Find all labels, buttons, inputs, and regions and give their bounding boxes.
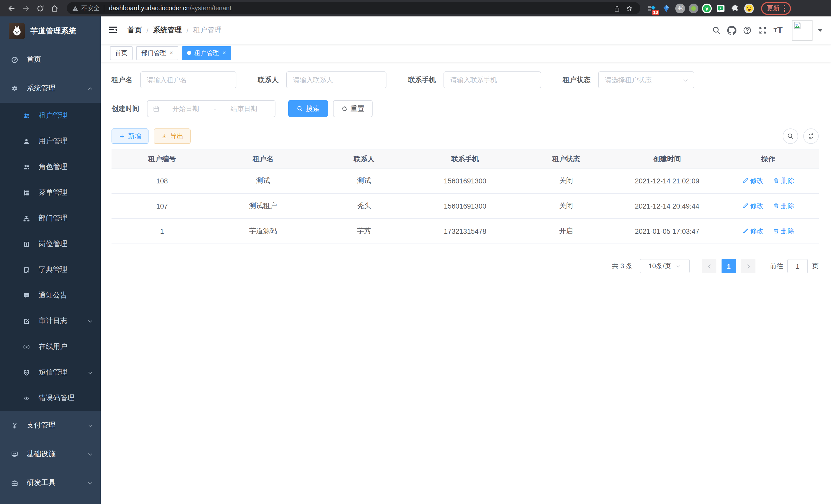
delete-button[interactable]: 删除 bbox=[773, 201, 794, 211]
back-icon[interactable] bbox=[4, 2, 19, 15]
refresh-table-button[interactable] bbox=[803, 128, 819, 144]
extension-recorder-icon[interactable] bbox=[689, 3, 698, 13]
sidebar-item-label: 系统管理 bbox=[27, 84, 56, 93]
sidebar-item-label: 租户管理 bbox=[38, 111, 67, 120]
breadcrumb-system[interactable]: 系统管理 bbox=[153, 26, 182, 35]
star-icon[interactable] bbox=[623, 2, 635, 14]
tenant-table: 租户编号 租户名 联系人 联系手机 租户状态 创建时间 操作 108 测试 测试 bbox=[112, 149, 819, 244]
current-page[interactable]: 1 bbox=[721, 259, 736, 273]
app-logo-row[interactable]: 芋道管理系统 bbox=[0, 17, 101, 45]
announcement-icon bbox=[23, 292, 30, 299]
tag-home[interactable]: 首页 bbox=[110, 46, 133, 60]
tenant-name-input[interactable] bbox=[140, 71, 236, 88]
chevron-down-icon bbox=[87, 318, 93, 324]
sidebar-item-post[interactable]: 岗位管理 bbox=[0, 231, 101, 257]
sidebar-item-online-users[interactable]: 在线用户 bbox=[0, 334, 101, 360]
chevron-down-icon[interactable] bbox=[818, 29, 823, 32]
sidebar-item-tenant[interactable]: 租户管理 bbox=[0, 103, 101, 128]
edit-button[interactable]: 修改 bbox=[742, 227, 764, 236]
user-icon bbox=[23, 138, 30, 145]
table-header-row: 租户编号 租户名 联系人 联系手机 租户状态 创建时间 操作 bbox=[112, 150, 819, 168]
extensions-puzzle-icon[interactable] bbox=[730, 3, 741, 13]
navbar-actions: TT bbox=[709, 20, 823, 40]
sidebar-item-role[interactable]: 角色管理 bbox=[0, 154, 101, 180]
extension-chat-icon[interactable] bbox=[715, 3, 726, 13]
edit-button[interactable]: 修改 bbox=[742, 201, 764, 211]
help-icon[interactable] bbox=[740, 23, 755, 38]
forward-icon[interactable] bbox=[19, 2, 33, 15]
search-icon[interactable] bbox=[709, 23, 724, 38]
extension-tab-manager-icon[interactable]: 10 bbox=[647, 3, 657, 13]
filter-label: 创建时间 bbox=[112, 104, 139, 113]
app-logo-image bbox=[9, 23, 25, 39]
browser-update-button[interactable]: 更新 bbox=[761, 2, 791, 14]
app-title: 芋道管理系统 bbox=[30, 26, 77, 36]
avatar[interactable] bbox=[792, 20, 812, 40]
reload-icon[interactable] bbox=[33, 2, 47, 15]
close-icon[interactable]: × bbox=[223, 49, 226, 57]
tag-tenant-active[interactable]: 租户管理× bbox=[182, 46, 231, 60]
breadcrumb-separator: / bbox=[146, 26, 148, 34]
extension-y-icon[interactable]: y bbox=[702, 3, 712, 13]
chevron-left-icon bbox=[706, 263, 713, 269]
sidebar-item-payment[interactable]: 支付管理 bbox=[0, 411, 101, 440]
breadcrumb-home[interactable]: 首页 bbox=[127, 26, 142, 35]
share-icon[interactable] bbox=[610, 2, 623, 14]
sidebar-item-user[interactable]: 用户管理 bbox=[0, 128, 101, 154]
fullscreen-icon[interactable] bbox=[755, 23, 770, 38]
page-size-select[interactable]: 10条/页 bbox=[640, 259, 690, 273]
sidebar-item-label: 支付管理 bbox=[27, 421, 56, 430]
filter-contact: 联系人 bbox=[258, 71, 386, 88]
sidebar-item-label: 基础设施 bbox=[27, 449, 56, 459]
date-range-picker[interactable]: 开始日期 - 结束日期 bbox=[147, 100, 276, 117]
sidebar-item-error-code[interactable]: 错误码管理 bbox=[0, 385, 101, 411]
delete-button[interactable]: 删除 bbox=[773, 227, 794, 236]
url-bar[interactable]: 不安全 dashboard.yudao.iocoder.cn/system/te… bbox=[67, 2, 640, 14]
main-area: 首页 / 系统管理 / 租户管理 TT 首页 部门管理× 租户管理× bbox=[101, 17, 831, 504]
sidebar-item-dict[interactable]: 字典管理 bbox=[0, 257, 101, 283]
sidebar-item-menu[interactable]: 菜单管理 bbox=[0, 180, 101, 206]
reset-button[interactable]: 重置 bbox=[333, 100, 373, 117]
filter-label: 联系人 bbox=[258, 75, 279, 85]
search-button[interactable]: 搜索 bbox=[288, 100, 328, 117]
sidebar-item-infra[interactable]: 基础设施 bbox=[0, 440, 101, 469]
col-status: 租户状态 bbox=[516, 150, 617, 168]
status-select[interactable]: 请选择租户状态 bbox=[598, 71, 694, 88]
status-value: 关闭 bbox=[516, 168, 617, 194]
extension-balloon-icon[interactable] bbox=[661, 3, 672, 13]
sidebar-item-audit-log[interactable]: 审计日志 bbox=[0, 308, 101, 334]
export-button[interactable]: 导出 bbox=[154, 128, 191, 144]
next-page-button[interactable] bbox=[741, 259, 755, 273]
delete-button[interactable]: 删除 bbox=[773, 176, 794, 185]
github-icon[interactable] bbox=[724, 23, 740, 38]
home-icon[interactable] bbox=[47, 2, 62, 15]
sms-shield-icon bbox=[23, 368, 30, 376]
plus-icon bbox=[119, 133, 125, 140]
phone-input[interactable] bbox=[443, 71, 541, 88]
url-text: dashboard.yudao.iocoder.cn/system/tenant bbox=[109, 5, 231, 12]
sidebar-item-devtools[interactable]: 研发工具 bbox=[0, 469, 101, 497]
security-label[interactable]: 不安全 bbox=[81, 4, 100, 12]
close-icon[interactable]: × bbox=[170, 49, 173, 57]
prev-page-button[interactable] bbox=[702, 259, 716, 273]
sidebar-item-home[interactable]: 首页 bbox=[0, 45, 101, 74]
add-button[interactable]: 新增 bbox=[112, 128, 148, 144]
delete-icon bbox=[773, 228, 779, 235]
gear-icon bbox=[11, 85, 19, 92]
sidebar-item-dept[interactable]: 部门管理 bbox=[0, 206, 101, 231]
edit-button[interactable]: 修改 bbox=[742, 176, 764, 185]
hamburger-icon[interactable] bbox=[108, 25, 119, 36]
contact-input[interactable] bbox=[286, 71, 386, 88]
show-search-button[interactable] bbox=[783, 128, 798, 144]
font-size-icon[interactable]: TT bbox=[770, 23, 786, 38]
goto-page-input[interactable] bbox=[787, 259, 808, 273]
total-count: 共 3 条 bbox=[612, 262, 633, 271]
extension-emoji-icon[interactable] bbox=[744, 3, 754, 13]
sidebar-item-label: 用户管理 bbox=[38, 137, 67, 146]
sidebar-item-notice[interactable]: 通知公告 bbox=[0, 283, 101, 308]
extension-command-icon[interactable]: ⌘ bbox=[675, 3, 685, 13]
browser-menu-dots-icon[interactable] bbox=[784, 5, 785, 12]
sidebar-item-sms[interactable]: 短信管理 bbox=[0, 360, 101, 385]
sidebar-item-system[interactable]: 系统管理 bbox=[0, 74, 101, 103]
tag-dept[interactable]: 部门管理× bbox=[136, 46, 178, 60]
